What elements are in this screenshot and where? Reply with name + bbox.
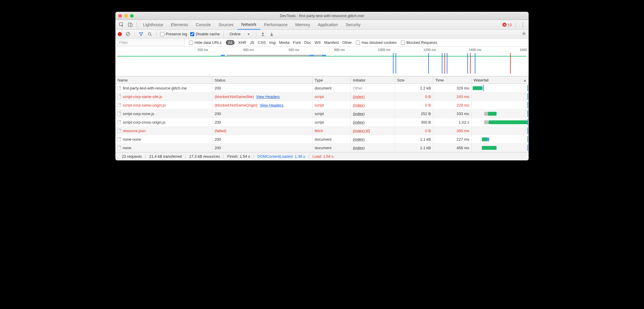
cell-type: script <box>313 101 351 109</box>
table-row[interactable]: none-none200document(index)1.1 kB227 ms <box>115 135 529 144</box>
table-row[interactable]: none200document(index)1.1 kB456 ms <box>115 144 529 152</box>
col-time[interactable]: Time <box>433 77 472 84</box>
cell-status: (blocked:NotSameOrigin) View Headers <box>213 101 313 109</box>
cell-time: 1.02 s <box>433 118 472 126</box>
timeline-tick: 200 ms <box>163 48 208 51</box>
timeline-overview[interactable]: 200 ms400 ms600 ms800 ms1000 ms1200 ms14… <box>115 47 529 76</box>
timeline-marker <box>442 53 442 74</box>
tab-application[interactable]: Application <box>314 20 342 30</box>
table-row[interactable]: resource.json(failed)fetch(index):430 B3… <box>115 127 529 135</box>
filter-type-css[interactable]: CSS <box>258 40 266 45</box>
initiator-link[interactable]: (index) <box>353 146 365 150</box>
blocked-requests-checkbox[interactable]: Blocked Requests <box>401 40 437 45</box>
disable-cache-checkbox[interactable]: Disable cache <box>190 32 220 36</box>
initiator-link[interactable]: (index) <box>353 103 365 107</box>
tab-performance[interactable]: Performance <box>260 20 291 30</box>
cell-initiator: Other <box>351 84 395 92</box>
view-headers-link[interactable]: View Headers <box>256 94 280 99</box>
table-row[interactable]: script-corp-same-origin.js(blocked:NotSa… <box>115 101 529 109</box>
tab-lighthouse[interactable]: Lighthouse <box>139 20 167 30</box>
tab-security[interactable]: Security <box>342 20 364 30</box>
table-row[interactable]: first-party-test-with-resource.glitch.me… <box>115 84 529 92</box>
disable-cache-input[interactable] <box>190 32 194 36</box>
filter-type-xhr[interactable]: XHR <box>238 40 246 45</box>
tab-sources[interactable]: Sources <box>215 20 237 30</box>
cell-initiator: (index):43 <box>351 127 395 135</box>
waterfall-end-marker <box>527 102 528 108</box>
tab-elements[interactable]: Elements <box>167 20 192 30</box>
filter-type-font[interactable]: Font <box>293 40 301 45</box>
preserve-log-checkbox[interactable]: Preserve log <box>160 32 187 36</box>
has-blocked-cookies-checkbox[interactable]: Has blocked cookies <box>356 40 396 45</box>
file-icon <box>117 146 121 150</box>
table-row[interactable]: script-corp-cross-origin.js200script(ind… <box>115 118 529 127</box>
initiator-link[interactable]: (index) <box>353 94 365 99</box>
preserve-log-input[interactable] <box>160 32 164 36</box>
upload-icon[interactable] <box>260 32 266 36</box>
svg-rect-2 <box>130 24 132 26</box>
col-size[interactable]: Size <box>395 77 433 84</box>
col-initiator[interactable]: Initiator <box>351 77 395 84</box>
type-filters: AllXHRJSCSSImgMediaFontDocWSManifestOthe… <box>226 40 352 45</box>
cell-waterfall <box>472 92 529 101</box>
cell-name: none <box>115 144 213 152</box>
filter-type-manifest[interactable]: Manifest <box>324 40 339 45</box>
hide-data-urls-checkbox[interactable]: Hide data URLs <box>189 40 222 45</box>
titlebar: DevTools - first-party-test-with-resourc… <box>115 12 529 20</box>
cell-type: document <box>313 135 351 143</box>
cell-size: 2.2 kB <box>395 84 433 92</box>
timeline-tick: 1000 ms <box>345 48 390 51</box>
table-body[interactable]: first-party-test-with-resource.glitch.me… <box>115 84 529 152</box>
initiator-link[interactable]: (index) <box>353 120 365 124</box>
filter-type-all[interactable]: All <box>226 40 235 45</box>
clear-icon[interactable] <box>125 32 131 36</box>
view-headers-link[interactable]: View Headers <box>260 103 283 107</box>
inspect-element-icon[interactable] <box>118 21 125 29</box>
initiator-link[interactable]: (index) <box>353 137 365 142</box>
separator <box>137 22 137 28</box>
filter-type-js[interactable]: JS <box>250 40 254 45</box>
table-row[interactable]: script-corp-same-site.js(blocked:NotSame… <box>115 92 529 101</box>
initiator-link[interactable]: (index):43 <box>353 129 370 133</box>
col-waterfall[interactable]: Waterfall▲ <box>472 77 529 84</box>
throttling-select[interactable]: Online ▼ <box>227 31 253 37</box>
filter-type-other[interactable]: Other <box>342 40 352 45</box>
waterfall-bar <box>484 112 488 116</box>
col-status[interactable]: Status <box>213 77 313 84</box>
record-button[interactable] <box>118 32 122 36</box>
file-icon <box>117 129 121 133</box>
cell-size: 1.1 kB <box>395 135 433 143</box>
filter-type-doc[interactable]: Doc <box>304 40 311 45</box>
cell-initiator: (index) <box>351 92 395 101</box>
tab-console[interactable]: Console <box>192 20 215 30</box>
filter-type-img[interactable]: Img <box>269 40 276 45</box>
col-name[interactable]: Name <box>115 77 213 84</box>
cell-type: script <box>313 109 351 118</box>
filter-type-ws[interactable]: WS <box>315 40 321 45</box>
settings-icon[interactable] <box>522 31 526 37</box>
error-count-badge[interactable]: ✕ 10 <box>502 23 512 27</box>
tab-memory[interactable]: Memory <box>291 20 314 30</box>
error-icon: ✕ <box>502 23 507 27</box>
filter-icon[interactable] <box>138 32 144 36</box>
table-row[interactable]: script-corp-none.js200script(index)252 B… <box>115 109 529 118</box>
cell-name: script-corp-cross-origin.js <box>115 118 213 126</box>
filter-input[interactable] <box>117 40 185 46</box>
cell-name: script-corp-same-site.js <box>115 92 213 101</box>
col-type[interactable]: Type <box>313 77 351 84</box>
initiator-link[interactable]: (index) <box>353 112 365 116</box>
chevron-down-icon: ▼ <box>247 32 250 36</box>
cell-initiator: (index) <box>351 118 395 126</box>
device-toolbar-icon[interactable] <box>127 21 134 29</box>
cell-type: script <box>313 92 351 101</box>
devtools-window: DevTools - first-party-test-with-resourc… <box>115 12 529 160</box>
tab-network[interactable]: Network <box>238 20 260 30</box>
filter-bar: Hide data URLs AllXHRJSCSSImgMediaFontDo… <box>115 39 529 47</box>
download-icon[interactable] <box>269 32 275 36</box>
cell-waterfall <box>472 135 529 143</box>
search-icon[interactable] <box>147 32 153 36</box>
file-icon <box>117 120 121 124</box>
more-menu-icon[interactable]: ⋮ <box>519 21 526 28</box>
filter-type-media[interactable]: Media <box>279 40 289 45</box>
separator <box>134 31 135 37</box>
